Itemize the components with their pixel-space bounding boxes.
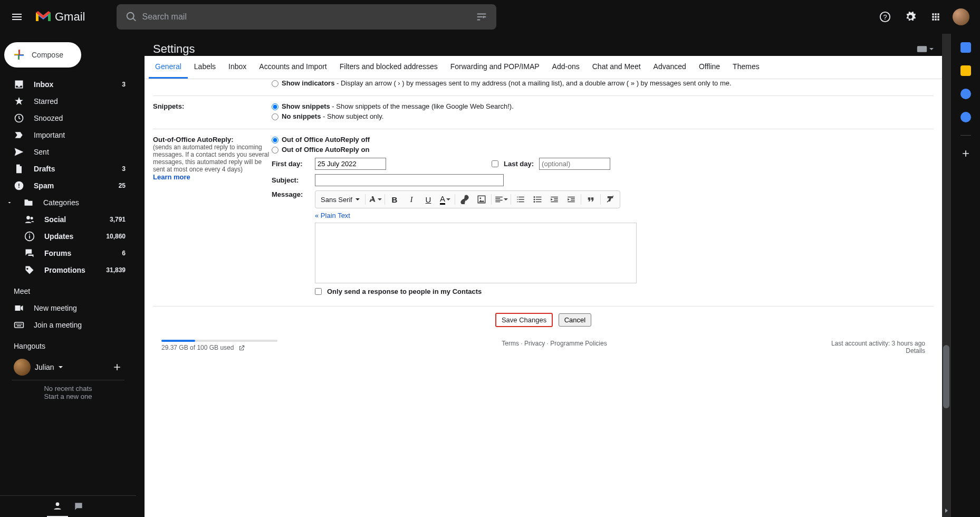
settings-content[interactable]: Show indicators - Display an arrow ( › )…: [145, 79, 942, 517]
calendar-addon[interactable]: [960, 42, 971, 53]
scrollbar-thumb[interactable]: [943, 345, 949, 408]
scrollbar-down-button[interactable]: [942, 506, 950, 515]
compose-label: Compose: [32, 51, 63, 59]
hangouts-user-row[interactable]: Julian: [0, 355, 136, 380]
chevron-down-icon: [504, 198, 508, 200]
side-panel-divider: [960, 135, 971, 136]
tab-addons[interactable]: Add-ons: [546, 56, 586, 79]
compose-button[interactable]: Compose: [4, 42, 81, 68]
indent-more-button[interactable]: [563, 192, 580, 207]
plain-text-link[interactable]: « Plain Text: [315, 212, 350, 219]
tab-chat[interactable]: Chat and Meet: [586, 56, 647, 79]
cancel-button[interactable]: Cancel: [559, 313, 591, 327]
keyboard-icon: [14, 320, 24, 330]
gmail-logo[interactable]: Gmail: [34, 9, 85, 24]
font-family-select[interactable]: Sans Serif: [316, 196, 364, 204]
ooo-off-radio[interactable]: [272, 137, 278, 143]
nav-forums[interactable]: Forums6: [0, 245, 132, 262]
search-options-button[interactable]: [471, 6, 492, 27]
search-button[interactable]: [121, 6, 142, 27]
nav-join-meeting[interactable]: Join a meeting: [0, 317, 132, 333]
ooo-on-radio[interactable]: [272, 147, 278, 154]
subject-input[interactable]: [315, 174, 504, 186]
image-button[interactable]: [473, 192, 490, 207]
support-button[interactable]: ?: [875, 6, 896, 27]
link-button[interactable]: [456, 192, 473, 207]
show-indicators-radio[interactable]: [272, 80, 278, 87]
tab-labels[interactable]: Labels: [188, 56, 222, 79]
get-addons-button[interactable]: [960, 148, 971, 159]
tab-accounts[interactable]: Accounts and Import: [253, 56, 333, 79]
hangouts-chat-tab[interactable]: [68, 496, 89, 517]
keyboard-icon: [917, 45, 927, 53]
chevron-down-icon: [929, 48, 934, 50]
nav-inbox[interactable]: Inbox3: [0, 76, 132, 93]
keep-addon[interactable]: [960, 65, 971, 76]
account-button[interactable]: [950, 6, 972, 27]
gear-icon: [905, 11, 916, 23]
italic-button[interactable]: I: [403, 192, 420, 207]
tab-forwarding[interactable]: Forwarding and POP/IMAP: [444, 56, 546, 79]
nav-spam[interactable]: ! Spam25: [0, 177, 132, 194]
indent-less-button[interactable]: [546, 192, 563, 207]
underline-button[interactable]: U: [420, 192, 437, 207]
hangouts-section-label: Hangouts: [0, 333, 136, 355]
nav-sent[interactable]: Sent: [0, 143, 132, 160]
ooo-learn-more-link[interactable]: Learn more: [153, 173, 190, 181]
privacy-link[interactable]: Privacy: [524, 340, 545, 347]
nav-social[interactable]: Social3,791: [0, 211, 132, 228]
policies-link[interactable]: Programme Policies: [550, 340, 607, 347]
nav-promotions[interactable]: Promotions31,839: [0, 262, 132, 279]
chevron-down-icon: [59, 366, 63, 368]
open-external-icon[interactable]: [238, 344, 245, 352]
numbered-list-button[interactable]: [512, 192, 529, 207]
hangouts-new-button[interactable]: [112, 362, 122, 372]
first-day-input[interactable]: [315, 158, 386, 170]
last-day-checkbox[interactable]: [492, 160, 498, 167]
input-tools-button[interactable]: [917, 45, 934, 53]
quote-button[interactable]: [582, 192, 599, 207]
details-link[interactable]: Details: [906, 347, 925, 355]
text-color-button[interactable]: A: [437, 192, 454, 207]
last-day-label: Last day:: [504, 160, 534, 168]
last-day-input[interactable]: [539, 158, 610, 170]
tab-filters[interactable]: Filters and blocked addresses: [333, 56, 444, 79]
contacts-only-checkbox[interactable]: [315, 288, 322, 295]
tasks-addon[interactable]: [960, 89, 971, 99]
nav-important[interactable]: Important: [0, 127, 132, 143]
nav-snoozed[interactable]: Snoozed: [0, 110, 132, 127]
bullet-list-button[interactable]: [529, 192, 546, 207]
hangouts-contacts-tab[interactable]: [47, 496, 68, 517]
search-input[interactable]: [142, 12, 471, 22]
tab-advanced[interactable]: Advanced: [647, 56, 693, 79]
bold-button[interactable]: B: [386, 192, 403, 207]
tab-offline[interactable]: Offline: [693, 56, 726, 79]
contacts-addon[interactable]: [960, 112, 971, 122]
remove-format-button[interactable]: [602, 192, 619, 207]
main-menu-button[interactable]: [4, 4, 30, 30]
apps-button[interactable]: [925, 6, 946, 27]
nav-starred[interactable]: Starred: [0, 93, 132, 110]
star-icon: [14, 96, 24, 107]
nav-new-meeting[interactable]: New meeting: [0, 300, 132, 317]
tab-inbox[interactable]: Inbox: [222, 56, 253, 79]
message-editor[interactable]: [315, 223, 637, 283]
terms-link[interactable]: Terms: [502, 340, 519, 347]
gmail-m-icon: [34, 9, 53, 24]
subject-label: Subject:: [272, 176, 310, 184]
no-snippets-radio[interactable]: [272, 113, 278, 120]
tab-general[interactable]: General: [149, 56, 188, 79]
show-snippets-radio[interactable]: [272, 103, 278, 110]
nav-categories[interactable]: Categories: [0, 194, 132, 211]
align-button[interactable]: [493, 192, 510, 207]
scrollbar[interactable]: [942, 34, 950, 517]
message-label: Message:: [272, 190, 310, 198]
settings-button[interactable]: [900, 6, 921, 27]
nav-updates[interactable]: Updates10,860: [0, 228, 132, 245]
nav-drafts[interactable]: Drafts3: [0, 160, 132, 177]
save-changes-button[interactable]: Save Changes: [495, 313, 553, 327]
font-size-button[interactable]: [367, 192, 383, 207]
search-bar[interactable]: [117, 4, 496, 30]
tab-themes[interactable]: Themes: [726, 56, 766, 79]
chevron-down-icon: [378, 198, 382, 200]
